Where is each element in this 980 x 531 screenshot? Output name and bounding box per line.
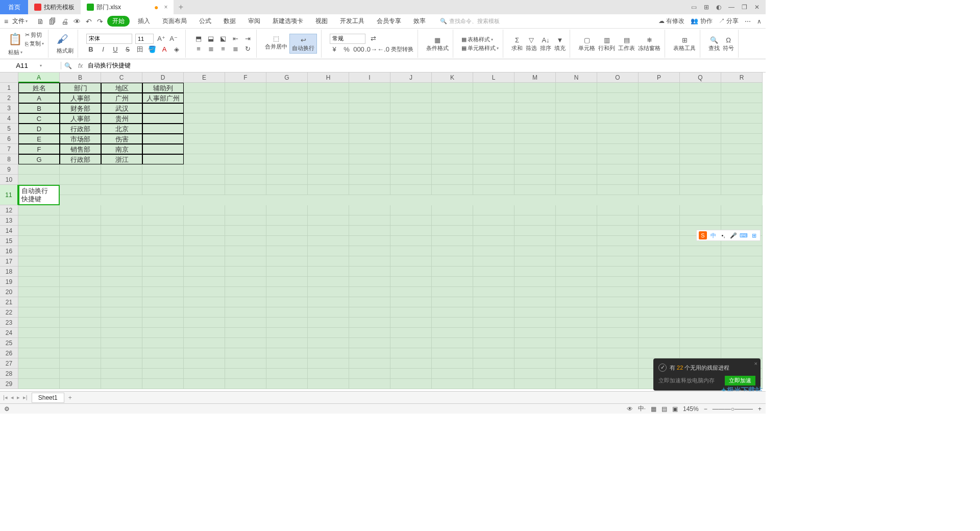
cell[interactable] <box>142 267 184 277</box>
menu-eff[interactable]: 效率 <box>409 17 430 26</box>
cell[interactable] <box>639 256 680 267</box>
cell[interactable] <box>432 185 473 195</box>
cell[interactable] <box>308 93 349 103</box>
tab-home[interactable]: 首页 <box>0 0 28 14</box>
cell[interactable] <box>390 338 432 348</box>
cell[interactable] <box>266 358 308 369</box>
cell[interactable] <box>639 215 680 226</box>
command-search[interactable]: 🔍 查找命令、搜索模板 <box>440 17 500 25</box>
cell[interactable] <box>390 348 432 358</box>
save-icon[interactable]: 🗎 <box>37 17 44 26</box>
layout-icon[interactable]: ▭ <box>691 4 697 11</box>
row-header[interactable]: 14 <box>0 226 18 236</box>
name-box-input[interactable] <box>4 62 40 69</box>
menu-data[interactable]: 数据 <box>219 17 240 26</box>
cell[interactable]: 南京 <box>101 144 142 154</box>
fill-icon[interactable]: ▼ <box>555 35 565 44</box>
strike-icon[interactable]: S̶ <box>123 45 132 54</box>
number-format-select[interactable] <box>330 34 365 44</box>
cell[interactable] <box>639 83 680 93</box>
cell[interactable] <box>308 328 349 338</box>
col-header[interactable]: O <box>597 73 639 83</box>
cell[interactable]: 市场部 <box>60 134 101 144</box>
cell[interactable] <box>639 267 680 277</box>
cells-label[interactable]: 单元格 <box>578 44 595 52</box>
sheet-nav[interactable]: |◂◂▸▸| <box>3 394 28 401</box>
cell[interactable] <box>514 164 556 175</box>
cell[interactable] <box>597 348 639 358</box>
cell[interactable] <box>680 348 721 358</box>
cell[interactable] <box>597 175 639 185</box>
cell[interactable] <box>184 318 225 328</box>
cell[interactable] <box>597 267 639 277</box>
cell[interactable] <box>473 205 514 215</box>
cell[interactable] <box>597 93 639 103</box>
view-page-icon[interactable]: ▤ <box>662 405 667 413</box>
col-header[interactable]: F <box>225 73 266 83</box>
table-tools-label[interactable]: 表格工具 <box>673 44 696 52</box>
cell[interactable] <box>514 287 556 297</box>
cell[interactable] <box>390 328 432 338</box>
cell[interactable] <box>432 338 473 348</box>
cell[interactable] <box>18 297 60 307</box>
cell[interactable] <box>60 369 101 379</box>
cell[interactable] <box>432 369 473 379</box>
cell[interactable] <box>266 369 308 379</box>
cell[interactable] <box>60 328 101 338</box>
type-convert-label[interactable]: 类型转换 <box>391 45 413 53</box>
cell[interactable]: 人事部广州 <box>142 93 184 103</box>
cell[interactable] <box>721 164 763 175</box>
cell[interactable] <box>639 348 680 358</box>
cell[interactable]: D <box>18 124 60 134</box>
cell[interactable] <box>721 287 763 297</box>
cell[interactable] <box>556 83 597 93</box>
popup-action-button[interactable]: 立即加速 <box>725 376 755 385</box>
cell[interactable] <box>308 267 349 277</box>
cell[interactable] <box>266 154 308 164</box>
cell[interactable] <box>184 144 225 154</box>
cell[interactable] <box>142 369 184 379</box>
cell[interactable] <box>308 246 349 256</box>
cell[interactable]: 部门 <box>60 83 101 93</box>
row-header[interactable]: 4 <box>0 113 18 124</box>
cell[interactable] <box>18 287 60 297</box>
cell[interactable] <box>60 379 101 389</box>
cell[interactable] <box>142 297 184 307</box>
cell[interactable] <box>390 144 432 154</box>
cell[interactable] <box>349 307 390 318</box>
cell[interactable] <box>142 328 184 338</box>
cell[interactable] <box>639 124 680 134</box>
row-header[interactable]: 24 <box>0 328 18 338</box>
cell[interactable] <box>556 185 597 195</box>
cell[interactable] <box>349 134 390 144</box>
avatar-icon[interactable]: ◐ <box>716 4 721 11</box>
col-header[interactable]: E <box>184 73 225 83</box>
cell[interactable] <box>721 144 763 154</box>
cell[interactable] <box>432 256 473 267</box>
cell[interactable] <box>142 154 184 164</box>
cell[interactable] <box>556 164 597 175</box>
cell[interactable] <box>225 267 266 277</box>
cell[interactable] <box>556 93 597 103</box>
cell[interactable] <box>556 318 597 328</box>
cell[interactable] <box>184 93 225 103</box>
cell[interactable] <box>308 307 349 318</box>
cell[interactable] <box>432 124 473 134</box>
cell[interactable] <box>514 124 556 134</box>
cell[interactable] <box>225 256 266 267</box>
cell[interactable] <box>18 328 60 338</box>
cell[interactable] <box>308 348 349 358</box>
cell[interactable] <box>639 297 680 307</box>
cell[interactable] <box>473 236 514 246</box>
cell[interactable] <box>225 379 266 389</box>
cell[interactable] <box>721 185 763 195</box>
cell[interactable] <box>101 328 142 338</box>
cell[interactable] <box>266 348 308 358</box>
cell[interactable] <box>266 226 308 236</box>
col-header[interactable]: Q <box>680 73 721 83</box>
row-headers[interactable]: 1234567891011121314151617181920212223242… <box>0 83 18 389</box>
phonetic-icon[interactable]: ◈ <box>172 45 181 54</box>
cell[interactable] <box>142 164 184 175</box>
sum-label[interactable]: 求和 <box>511 44 523 52</box>
cell[interactable] <box>225 215 266 226</box>
